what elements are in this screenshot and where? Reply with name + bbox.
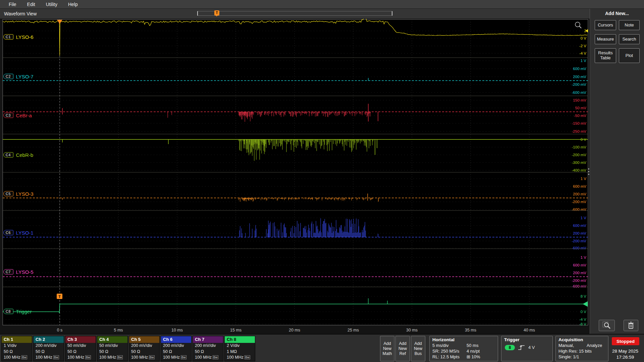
channel-badge-c4[interactable]: C4 CebR-b xyxy=(3,151,33,159)
add-new-math-button[interactable]: AddNewMath xyxy=(380,336,394,361)
channel-box-title: Ch 6 xyxy=(161,336,191,343)
svg-text:150 mV: 150 mV xyxy=(573,98,586,102)
zoom-percent-icon: ⊞ xyxy=(467,354,472,359)
channel-scale: 50 mV/div xyxy=(65,343,96,349)
channel-badge-c2[interactable]: C2 LYSO-7 xyxy=(3,73,34,80)
channel-label: LYSO-7 xyxy=(16,74,33,79)
channel-badge-tag[interactable]: C4 xyxy=(3,152,13,158)
channel-badge-tag[interactable]: C8 xyxy=(3,309,13,314)
channel-badge-tag[interactable]: C6 xyxy=(3,230,13,235)
channel-badge-c3[interactable]: C3 CeBr-a xyxy=(3,112,32,119)
record-length: RL: 12.5 Mpts xyxy=(432,354,460,359)
bottom-channel-box-1[interactable]: Ch 1 1 V/div 50 Ω 100 MHzBw xyxy=(1,336,32,361)
trigger-level: 4 V xyxy=(528,345,535,350)
svg-text:-200 mV: -200 mV xyxy=(572,153,587,157)
svg-text:600 mV: 600 mV xyxy=(573,263,586,267)
note-button[interactable]: Note xyxy=(619,20,640,30)
bottom-channel-box-4[interactable]: Ch 4 50 mV/div 50 Ω 100 MHzBw xyxy=(97,336,128,361)
svg-text:-200 mV: -200 mV xyxy=(572,239,587,243)
bandwidth-limit-icon: Bw xyxy=(149,355,155,359)
acquisition-title: Acquisition xyxy=(556,336,608,343)
channel-bandwidth: 100 MHzBw xyxy=(225,355,255,361)
sample-rate: SR: 250 MS/s xyxy=(432,349,459,354)
channel-impedance: 50 Ω xyxy=(161,349,191,355)
bottom-channel-box-6[interactable]: Ch 6 200 mV/div 50 Ω 100 MHzBw xyxy=(161,336,192,361)
waveform-view-header: Waveform View T xyxy=(0,9,590,19)
channel-box-title: Ch 7 xyxy=(193,336,223,343)
bottom-channel-box-8[interactable]: Ch 8 2 V/div 1 MΩ 100 MHzBw xyxy=(224,336,255,361)
svg-text:25 ms: 25 ms xyxy=(347,328,359,333)
menu-file[interactable]: File xyxy=(3,0,22,9)
svg-text:1 V: 1 V xyxy=(581,255,587,259)
bottom-channel-box-7[interactable]: Ch 7 200 mV/div 50 Ω 100 MHzBw xyxy=(193,336,223,361)
channel-impedance: 1 MΩ xyxy=(225,349,255,355)
menu-help[interactable]: Help xyxy=(63,0,83,9)
bottom-channel-box-2[interactable]: Ch 2 200 mV/div 50 Ω 100 MHzBw xyxy=(33,336,64,361)
channel-badge-c1[interactable]: C1 LYSO-6 xyxy=(3,33,34,41)
svg-text:-400 mV: -400 mV xyxy=(572,168,587,172)
waveform-window: Waveform View T 20 V-2 V-4 V1 V600 mV200… xyxy=(0,9,590,334)
rising-edge-icon xyxy=(518,345,525,350)
bottom-channel-box-3[interactable]: Ch 3 50 mV/div 50 Ω 100 MHzBw xyxy=(65,336,96,361)
cursors-button[interactable]: Cursors xyxy=(595,20,616,30)
menu-edit[interactable]: Edit xyxy=(22,0,41,9)
svg-text:-4 V: -4 V xyxy=(579,317,586,321)
channel-badge-tag[interactable]: C5 xyxy=(3,191,13,196)
channel-badge-c6[interactable]: C6 LYSO-1 xyxy=(3,229,34,236)
system-time: 17:26:59 xyxy=(608,355,643,360)
channel-bandwidth: 100 MHzBw xyxy=(129,355,159,361)
acquisition-mode: Manual, xyxy=(558,343,574,348)
svg-text:-250 mV: -250 mV xyxy=(572,129,587,133)
horizontal-panel[interactable]: Horizontal 5 ms/div50 ms SR: 250 MS/s4 n… xyxy=(429,336,498,361)
channel-scale: 50 mV/div xyxy=(97,343,127,349)
svg-text:-50 mV: -50 mV xyxy=(574,114,586,118)
bandwidth-limit-icon: Bw xyxy=(21,355,27,359)
svg-text:5 ms: 5 ms xyxy=(114,328,123,333)
channel-badge-tag[interactable]: C3 xyxy=(3,113,13,118)
add-new-title: Add New... xyxy=(590,11,644,16)
channel-badge-tag[interactable]: C2 xyxy=(3,74,13,79)
results-table-button[interactable]: Results Table xyxy=(595,48,616,63)
bandwidth-limit-icon: Bw xyxy=(117,355,123,359)
svg-text:0 V: 0 V xyxy=(581,36,587,40)
trigger-panel[interactable]: Trigger 8 4 V xyxy=(501,336,553,361)
svg-text:200 mV: 200 mV xyxy=(573,231,586,235)
bottom-channel-box-5[interactable]: Ch 5 200 mV/div 50 Ω 100 MHzBw xyxy=(129,336,160,361)
channel-label: LYSO-3 xyxy=(16,191,33,197)
svg-text:20 ms: 20 ms xyxy=(289,328,300,333)
trigger-position-flag[interactable]: T xyxy=(214,10,219,15)
plot-button[interactable]: Plot xyxy=(619,48,640,63)
bandwidth-limit-icon: Bw xyxy=(85,355,91,359)
run-stop-status[interactable]: Stopped xyxy=(612,337,639,345)
channel-badge-tag[interactable]: C7 xyxy=(3,269,13,275)
channel-label: LYSO-1 xyxy=(16,230,33,236)
add-new-ref-button[interactable]: AddNewRef xyxy=(395,336,410,361)
search-button[interactable]: Search xyxy=(619,34,640,44)
channel-box-title: Ch 2 xyxy=(34,336,64,343)
svg-text:0 V: 0 V xyxy=(581,310,587,314)
svg-text:T: T xyxy=(58,295,61,299)
add-new-bus-button[interactable]: AddNewBus xyxy=(411,336,425,361)
horizontal-scale: 5 ms/div xyxy=(432,343,448,348)
channel-impedance: 50 Ω xyxy=(193,349,223,355)
zoom-mode-button[interactable] xyxy=(599,320,615,331)
channel-badge-c5[interactable]: C5 LYSO-3 xyxy=(3,190,34,197)
channel-box-title: Ch 5 xyxy=(129,336,159,343)
channel-impedance: 50 Ω xyxy=(129,349,159,355)
acquisition-panel[interactable]: Acquisition Manual,Analyze High Res: 15 … xyxy=(555,336,608,361)
channel-bandwidth: 100 MHzBw xyxy=(2,355,32,361)
record-position-bar[interactable]: T xyxy=(197,11,392,16)
channel-badge-c8[interactable]: C8 Trigger xyxy=(3,308,32,315)
channel-badge-c7[interactable]: C7 LYSO-5 xyxy=(3,268,34,276)
measure-button[interactable]: Measure xyxy=(595,34,616,44)
svg-text:8 V: 8 V xyxy=(581,294,587,298)
channel-scale: 200 mV/div xyxy=(161,343,191,349)
menu-utility[interactable]: Utility xyxy=(41,0,63,9)
svg-text:-100 mV: -100 mV xyxy=(572,145,587,149)
delete-button[interactable] xyxy=(624,320,638,331)
waveform-plot[interactable]: 20 V-2 V-4 V1 V600 mV200 mV-200 mV-600 m… xyxy=(0,19,590,334)
channel-badge-tag[interactable]: C1 xyxy=(3,34,13,40)
panel-resize-grip[interactable] xyxy=(588,167,590,176)
svg-text:10 ms: 10 ms xyxy=(171,328,183,333)
svg-text:-300 mV: -300 mV xyxy=(572,161,587,165)
